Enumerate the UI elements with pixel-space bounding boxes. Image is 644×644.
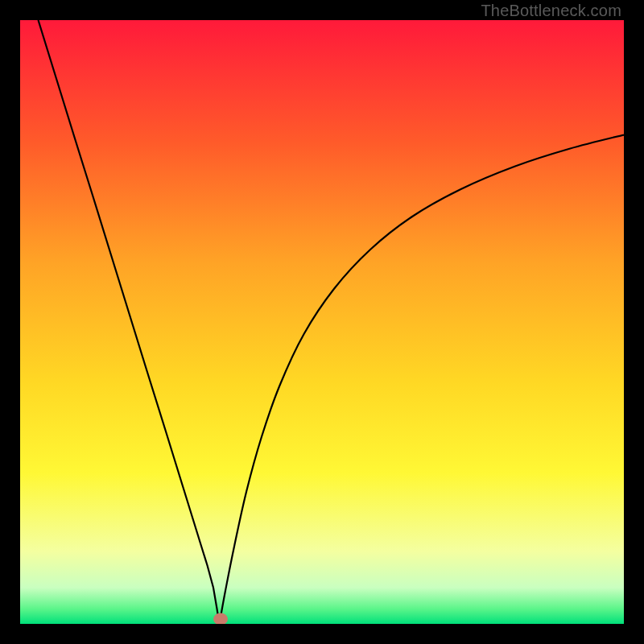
bottleneck-chart <box>20 20 624 624</box>
gradient-background <box>20 20 624 624</box>
watermark-text: TheBottleneck.com <box>481 2 621 20</box>
chart-frame <box>20 20 624 624</box>
